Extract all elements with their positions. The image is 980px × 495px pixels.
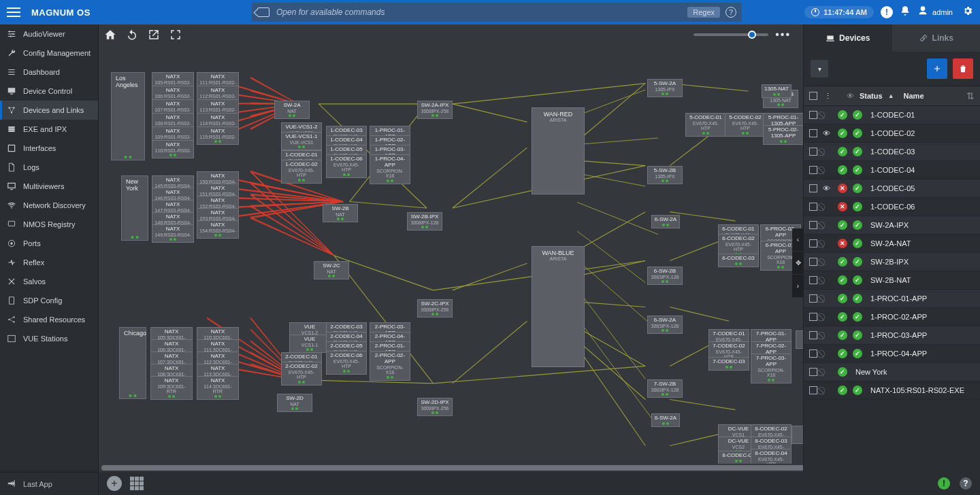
- device-row[interactable]: ⃠✓✓1-CODEC-04: [804, 161, 980, 180]
- sidebar-item-device-control[interactable]: Device Control: [0, 82, 98, 101]
- settings-icon[interactable]: [962, 5, 973, 19]
- visibility-column-icon[interactable]: 👁: [847, 92, 854, 100]
- sidebar-item-salvos[interactable]: Salvos: [0, 272, 98, 291]
- wan-node[interactable]: WAN-REDARISTA: [532, 107, 585, 194]
- open-external-icon[interactable]: [148, 29, 160, 41]
- help-indicator[interactable]: ?: [960, 477, 972, 490]
- grid-view-button[interactable]: [130, 477, 144, 490]
- sidebar-item-multiviewers[interactable]: Multiviewers: [0, 177, 98, 196]
- row-checkbox[interactable]: [809, 276, 817, 284]
- topo-node[interactable]: 2-CODEC-06EV670-X45-HTP: [326, 351, 367, 375]
- more-icon[interactable]: •••: [775, 29, 791, 41]
- row-checkbox[interactable]: [809, 111, 817, 119]
- sidebar-item-interfaces[interactable]: Interfaces: [0, 139, 98, 158]
- visibility-icon[interactable]: ⃠: [823, 386, 832, 395]
- topo-node[interactable]: 1-CODEC-06EV670-X45-HTP: [326, 154, 367, 178]
- topo-node[interactable]: 8-SW-2A: [651, 413, 680, 427]
- row-checkbox[interactable]: [809, 148, 817, 156]
- fullscreen-icon[interactable]: [169, 29, 182, 41]
- topo-node[interactable]: 6-SW-2A3083IPX-128: [647, 315, 683, 334]
- device-row[interactable]: ⃠✓✓1-CODEC-03: [804, 143, 980, 161]
- visibility-icon[interactable]: ⃠: [823, 294, 832, 303]
- device-row[interactable]: ⃠✓New York: [804, 363, 980, 381]
- topo-node[interactable]: 2-CODEC-02EV670-X45-HTP: [281, 362, 322, 386]
- topo-node[interactable]: NATX110:RS01-RS02-: [152, 140, 194, 158]
- tab-links[interactable]: Links: [892, 24, 981, 52]
- row-checkbox[interactable]: [809, 184, 817, 192]
- move-icon[interactable]: ✥: [792, 252, 804, 275]
- sidebar-footer[interactable]: Last App: [0, 472, 98, 495]
- visibility-icon[interactable]: ⃠: [823, 258, 832, 267]
- row-checkbox[interactable]: [809, 386, 817, 394]
- visibility-icon[interactable]: ⃠: [823, 166, 832, 175]
- topo-node[interactable]: SW-2CNAT: [314, 261, 349, 279]
- topo-node[interactable]: 5-SW-2A1305-IPX: [647, 79, 683, 97]
- device-row[interactable]: ⃠✓✓1-CODEC-01: [804, 106, 980, 124]
- topology-canvas[interactable]: Los AngelesNew YorkChicagoWAN-REDARISTAW…: [99, 45, 803, 464]
- topo-node[interactable]: NATX149:RS03-RS04-: [152, 224, 194, 243]
- delete-button[interactable]: [953, 58, 973, 79]
- canvas-area[interactable]: ••• Los AngelesNew YorkChicagoWAN-REDARI…: [99, 24, 980, 495]
- device-list[interactable]: ⃠✓✓1-CODEC-01👁✓✓1-CODEC-02⃠✓✓1-CODEC-03⃠…: [804, 106, 980, 472]
- sidebar-item-audioviewer[interactable]: AudioViewer: [0, 24, 98, 44]
- region-node[interactable]: Los Angeles: [111, 72, 145, 160]
- topo-node[interactable]: VUE-VCS1-1VUE-VCS1: [281, 132, 322, 150]
- topo-node[interactable]: SW-2B-IPX3008IPX-128: [407, 212, 442, 231]
- device-row[interactable]: ⃠✓✓1-PROC-04-APP: [804, 345, 980, 363]
- topo-node[interactable]: 1-CODEC-02EV670-X45-HTP: [281, 160, 322, 184]
- sidebar-item-logs[interactable]: Logs: [0, 158, 98, 177]
- sidebar-item-config-management[interactable]: Config Management: [0, 44, 98, 63]
- chevron-right-icon[interactable]: ›: [792, 275, 804, 298]
- row-checkbox[interactable]: [809, 258, 817, 266]
- topo-node[interactable]: 7-PROC-03-APPSCORPION-X18: [751, 354, 791, 383]
- device-row[interactable]: 👁✓✓1-CODEC-02: [804, 124, 980, 143]
- topo-node[interactable]: NATX109:3DC601-RTR: [150, 376, 193, 400]
- visibility-icon[interactable]: ⃠: [823, 349, 832, 358]
- topo-node[interactable]: SW-2BNAT: [323, 204, 358, 222]
- topo-node[interactable]: NATX115:RS01-RS02-: [197, 126, 239, 145]
- region-node[interactable]: New York: [121, 175, 148, 241]
- topo-node[interactable]: SW-2ANAT: [274, 101, 310, 119]
- topo-node[interactable]: 1305-NAT: [762, 84, 791, 98]
- row-checkbox[interactable]: [809, 239, 817, 248]
- add-page-button[interactable]: +: [107, 476, 122, 491]
- panel-collapse-tabs[interactable]: ‹ ✥ ›: [792, 228, 804, 298]
- sidebar-item-network-discovery[interactable]: Network Discovery: [0, 196, 98, 215]
- device-row[interactable]: ⃠✓✓SW-2B-IPX: [804, 253, 980, 271]
- sidebar-item-ports[interactable]: Ports: [0, 234, 98, 253]
- command-box[interactable]: Open for available commands Regex ?: [252, 3, 742, 22]
- topo-node[interactable]: SW-2C-IPX3008IPX-256: [417, 299, 453, 318]
- sidebar-item-devices-and-links[interactable]: Devices and Links: [0, 101, 98, 120]
- row-checkbox[interactable]: [809, 368, 817, 376]
- topo-node[interactable]: 6-SW-2A: [651, 215, 680, 228]
- chevron-left-icon[interactable]: ‹: [792, 228, 804, 252]
- info-icon[interactable]: !: [881, 6, 893, 18]
- visibility-icon[interactable]: ⃠: [823, 331, 832, 340]
- bell-icon[interactable]: [900, 5, 911, 19]
- help-icon[interactable]: ?: [725, 7, 736, 18]
- region-node[interactable]: Chicago: [119, 327, 146, 399]
- topo-node[interactable]: 5-SW-2B1305-IPX: [647, 166, 683, 184]
- status-indicator-ok[interactable]: !: [938, 477, 950, 490]
- row-checkbox[interactable]: [809, 294, 817, 303]
- select-all-checkbox[interactable]: [809, 92, 817, 100]
- device-row[interactable]: ⃠✓✓1-PROC-01-APP: [804, 290, 980, 308]
- topo-node[interactable]: SW-2D-IPX3008IPX-256: [417, 398, 453, 416]
- topo-node[interactable]: VUEVCS1-1: [289, 335, 330, 353]
- visibility-icon[interactable]: ⃠: [823, 221, 832, 230]
- device-row[interactable]: ⃠✓✓SW-2B-NAT: [804, 271, 980, 290]
- device-row[interactable]: ⃠✕✓1-CODEC-06: [804, 198, 980, 216]
- refresh-icon[interactable]: [126, 29, 138, 41]
- tab-devices[interactable]: Devices: [804, 24, 892, 52]
- user-icon[interactable]: [917, 5, 928, 19]
- home-icon[interactable]: [104, 29, 116, 41]
- visibility-icon[interactable]: ⃠: [823, 239, 832, 248]
- topo-node[interactable]: 7-SW-2B3083IPX-128: [647, 379, 683, 398]
- topo-node[interactable]: 2-PROC-02-APPSCORPION-X18: [370, 351, 410, 381]
- topo-node[interactable]: 5-PROC-02-1305-APP: [763, 125, 803, 145]
- device-row[interactable]: ⃠✓✓NATX-105:RS01-RS02-EXE: [804, 381, 980, 400]
- device-row[interactable]: ⃠✓✓1-PROC-03-APP: [804, 326, 980, 345]
- visibility-icon[interactable]: ⃠: [823, 276, 832, 285]
- visibility-icon[interactable]: ⃠: [823, 368, 832, 377]
- topo-node[interactable]: 6-CODEC-03: [718, 254, 759, 267]
